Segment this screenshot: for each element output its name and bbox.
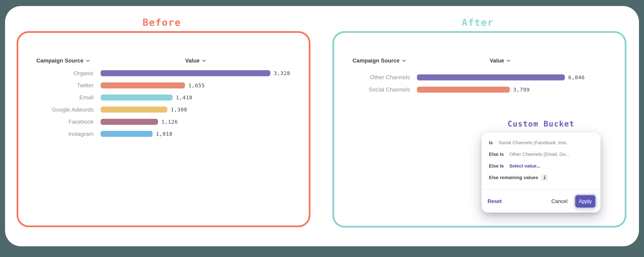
main-card: Before Campaign Source Value Organic3,32… — [5, 6, 639, 246]
rule-operator-label: Is — [489, 140, 493, 145]
row-label: Twitter — [18, 82, 94, 89]
row-value: 3,799 — [513, 87, 530, 93]
table-row: Google Adwords1,308 — [18, 104, 309, 116]
row-label: Instagram — [18, 131, 94, 137]
row-value: 1,018 — [156, 131, 172, 137]
value-bar[interactable] — [417, 74, 565, 80]
after-title: After — [332, 18, 623, 27]
column-header-value[interactable]: Value — [185, 57, 206, 64]
column-header-label: Value — [185, 57, 200, 64]
table-row: Organic3,328 — [18, 67, 309, 79]
rule-value-text: Other Channels (Email, Go... — [509, 152, 570, 157]
value-bar[interactable] — [100, 94, 172, 100]
value-bar[interactable] — [100, 119, 158, 125]
row-value: 1,410 — [176, 94, 192, 100]
row-label: Facebook — [18, 118, 94, 125]
row-label: Google Adwords — [18, 106, 94, 113]
table-row: Other Channels6,046 — [334, 71, 625, 83]
value-bar[interactable] — [100, 131, 152, 137]
table-row: Instagram1,018 — [18, 128, 309, 140]
bucket-rule-row: Else IsOther Channels (Email, Go... — [489, 149, 596, 160]
custom-bucket-dialog: IsSocial Channels (Facebook, Inst...Else… — [482, 133, 600, 213]
chevron-down-icon[interactable] — [86, 59, 90, 62]
column-header-label: Campaign Source — [352, 57, 400, 64]
reset-button[interactable]: Reset — [488, 198, 502, 204]
apply-button[interactable]: Apply — [575, 195, 595, 208]
row-value: 6,046 — [568, 74, 585, 80]
row-value: 1,308 — [171, 107, 187, 113]
column-header-label: Value — [490, 57, 504, 64]
bucket-rule-row: IsSocial Channels (Facebook, Inst... — [489, 137, 596, 149]
value-bar[interactable] — [100, 70, 270, 76]
row-label: Email — [18, 94, 94, 101]
before-panel: Campaign Source Value Organic3,328Twitte… — [16, 31, 310, 227]
after-table-rows: Other Channels6,046Social Channels3,799 — [334, 71, 625, 96]
chevron-down-icon[interactable] — [506, 59, 510, 62]
rule-operator-label: Else remaining values — [489, 175, 538, 180]
table-row: Email1,410 — [18, 91, 309, 104]
value-bar[interactable] — [100, 82, 185, 88]
row-value: 1,655 — [188, 82, 205, 88]
table-row: Social Channels3,799 — [334, 83, 625, 96]
screenshot-background: { "page": { "background_color": "#4e686c… — [0, 0, 644, 257]
column-header-campaign-source[interactable]: Campaign Source — [352, 57, 406, 64]
row-value: 3,328 — [274, 70, 290, 76]
dialog-footer: Reset Cancel Apply — [482, 190, 600, 213]
table-row: Twitter1,655 — [18, 79, 309, 91]
chevron-down-icon[interactable] — [402, 59, 406, 62]
value-bar[interactable] — [100, 107, 167, 113]
value-bar[interactable] — [417, 87, 510, 93]
before-table-rows: Organic3,328Twitter1,655Email1,410Google… — [18, 67, 309, 140]
column-header-value[interactable]: Value — [490, 57, 510, 64]
row-label: Other Channels — [334, 74, 410, 81]
cancel-button[interactable]: Cancel — [552, 198, 568, 204]
column-header-label: Campaign Source — [36, 57, 84, 64]
custom-bucket-title: Custom Bucket — [499, 120, 583, 128]
rule-operator-label: Else Is — [489, 152, 504, 157]
row-label: Organic — [18, 70, 94, 77]
table-row: Facebook1,126 — [18, 116, 309, 128]
row-value: 1,126 — [161, 119, 178, 125]
bucket-rule-row: Else IsSelect value... — [489, 160, 596, 172]
chevron-down-icon[interactable] — [202, 59, 206, 62]
bucket-rule-row: Else remaining valuesi — [489, 172, 596, 184]
select-value-link[interactable]: Select value... — [509, 163, 540, 169]
info-icon[interactable]: i — [541, 174, 548, 181]
bucket-rules-list: IsSocial Channels (Facebook, Inst...Else… — [489, 137, 596, 184]
column-header-campaign-source[interactable]: Campaign Source — [36, 57, 90, 64]
rule-operator-label: Else Is — [489, 163, 504, 169]
before-title: Before — [16, 18, 307, 27]
row-label: Social Channels — [334, 86, 410, 93]
rule-value-text: Social Channels (Facebook, Inst... — [498, 140, 570, 145]
